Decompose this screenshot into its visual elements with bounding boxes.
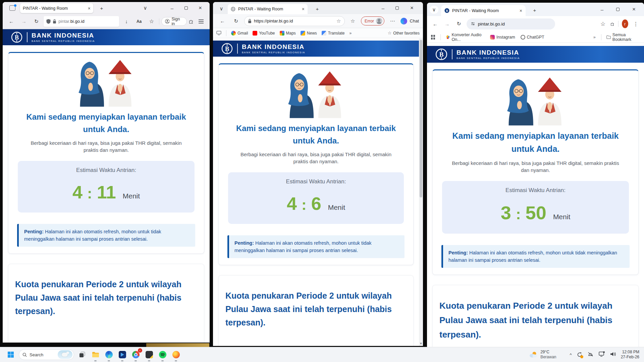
- bi-header: B BANK INDONESIA BANK SENTRAL REPUBLIK I…: [427, 46, 644, 63]
- firefox-page-viewport[interactable]: B BANK INDONESIA BANK SENTRAL REPUBLIK I…: [3, 29, 210, 343]
- media-player-button[interactable]: [117, 349, 128, 360]
- do-not-disturb-icon[interactable]: [587, 351, 594, 358]
- translate-icon[interactable]: Aa: [134, 17, 144, 26]
- favorite-news[interactable]: News: [301, 31, 317, 36]
- scroll-down-icon[interactable]: ▼: [419, 342, 423, 345]
- favorite-youtube[interactable]: YouTube: [253, 31, 275, 36]
- favorites-icon[interactable]: ☆: [347, 17, 359, 25]
- search-highlight-image[interactable]: [58, 350, 72, 359]
- tab-close-icon[interactable]: ×: [88, 6, 91, 11]
- extensions-icon[interactable]: [189, 19, 194, 24]
- url-bar[interactable]: https://pintar.bi.go.id ☆: [244, 16, 344, 26]
- task-view-button[interactable]: [77, 349, 88, 360]
- file-explorer-button[interactable]: [90, 349, 101, 360]
- eta-unit: Menit: [328, 203, 345, 212]
- new-tab-button[interactable]: +: [312, 4, 323, 13]
- chrome-page-viewport[interactable]: B BANK INDONESIA BANK SENTRAL REPUBLIK I…: [427, 43, 644, 347]
- scrollbar-thumb[interactable]: [420, 40, 422, 197]
- tab-pintar-waiting-room[interactable]: B PINTAR - Waiting Room ×: [441, 5, 526, 16]
- close-button[interactable]: ×: [628, 5, 640, 14]
- bookmark-konverter[interactable]: Konverter Audio On...: [446, 33, 485, 42]
- favorites-overflow-icon[interactable]: »: [349, 31, 352, 36]
- svg-text:B: B: [446, 9, 448, 12]
- tab-pintar-waiting-room[interactable]: PINTAR - Waiting Room ×: [228, 4, 308, 14]
- tab-close-icon[interactable]: ×: [520, 8, 522, 13]
- minimize-button[interactable]: –: [377, 4, 389, 12]
- bookmark-star-icon[interactable]: ☆: [146, 17, 157, 26]
- tray-expand-icon[interactable]: ^: [570, 352, 572, 357]
- bookmarks-overflow-icon[interactable]: »: [593, 35, 596, 40]
- menu-icon[interactable]: [199, 21, 204, 22]
- forward-button[interactable]: →: [18, 17, 29, 26]
- update-pending-icon[interactable]: [577, 352, 583, 358]
- start-button[interactable]: [5, 349, 16, 360]
- taskbar-search[interactable]: Search: [19, 349, 74, 360]
- sign-in-button[interactable]: Sign in: [161, 17, 187, 26]
- firefox-view-icon[interactable]: [9, 5, 15, 11]
- settings-menu-icon[interactable]: ⋯: [387, 17, 398, 25]
- bookmark-star-icon[interactable]: ☆: [599, 19, 607, 28]
- reload-button[interactable]: ↻: [454, 19, 463, 28]
- weather-widget[interactable]: 29°CBerawan: [529, 350, 556, 360]
- bank-indonesia-logo: B: [435, 48, 448, 61]
- volume-icon[interactable]: [610, 351, 616, 358]
- weather-desc: Berawan: [540, 355, 556, 359]
- minimize-button[interactable]: –: [596, 5, 608, 14]
- back-button[interactable]: ←: [6, 17, 16, 26]
- scrollbar[interactable]: ▼: [419, 39, 423, 346]
- menu-icon[interactable]: ⋮: [632, 19, 640, 28]
- spotify-icon: [159, 351, 166, 358]
- notes-app-button[interactable]: [144, 349, 155, 360]
- spotify-button[interactable]: [157, 349, 168, 360]
- new-tab-button[interactable]: +: [529, 6, 540, 14]
- tab-close-icon[interactable]: ×: [302, 6, 305, 12]
- maximize-button[interactable]: [612, 5, 624, 14]
- bookmark-instagram[interactable]: Instagram: [490, 35, 515, 40]
- maximize-button[interactable]: [180, 4, 192, 12]
- taskbar-clock[interactable]: 12:08 PM 27-Feb-26: [621, 350, 639, 360]
- reload-button[interactable]: ↻: [231, 17, 242, 25]
- chat-button[interactable]: Chat: [410, 18, 419, 23]
- chrome-button[interactable]: r: [130, 349, 141, 360]
- forward-button[interactable]: →: [443, 19, 451, 28]
- favorite-gmail[interactable]: Gmail: [231, 31, 248, 36]
- all-bookmarks-button[interactable]: Semua Bookmark: [606, 33, 640, 42]
- edge-button[interactable]: [104, 349, 114, 360]
- waiting-heading: Kami sedang menyiapkan layanan terbaik u…: [447, 129, 624, 156]
- extensions-icon[interactable]: [610, 21, 615, 27]
- screen-icon[interactable]: [216, 31, 221, 35]
- save-page-icon[interactable]: ↓: [121, 17, 131, 26]
- back-button[interactable]: ←: [431, 19, 439, 28]
- profile-error-badge[interactable]: Error: [361, 16, 384, 25]
- edge-page-viewport[interactable]: B BANK INDONESIA BANK SENTRAL REPUBLIK I…: [213, 39, 423, 346]
- minimize-button[interactable]: –: [166, 4, 178, 12]
- favorite-translate[interactable]: Translate: [322, 31, 345, 36]
- favorite-maps[interactable]: Maps: [280, 31, 296, 36]
- url-bar[interactable]: pintar.bi.go.id: [467, 18, 555, 29]
- bookmark-chatgpt[interactable]: ChatGPT: [521, 35, 544, 40]
- important-notice: Penting: Halaman ini akan otomatis refre…: [227, 235, 405, 258]
- close-button[interactable]: ×: [195, 4, 206, 12]
- other-favorites-button[interactable]: ☆Other favorites: [388, 31, 420, 36]
- chrome-profile-badge: r: [138, 348, 142, 353]
- bookmark-star-icon[interactable]: ☆: [336, 18, 341, 24]
- copilot-icon[interactable]: [400, 18, 407, 24]
- close-button[interactable]: ×: [406, 4, 418, 12]
- windows-logo-icon: [7, 351, 14, 358]
- url-bar[interactable]: pintar.bi.go.id: [44, 16, 119, 27]
- eta-minutes: 3: [501, 202, 511, 224]
- site-settings-icon[interactable]: [471, 21, 475, 26]
- maximize-button[interactable]: [391, 4, 403, 12]
- firefox-button[interactable]: [171, 349, 181, 360]
- reload-button[interactable]: ↻: [31, 17, 42, 26]
- list-tabs-button[interactable]: ∨: [140, 4, 151, 12]
- tab-actions-button[interactable]: ∨: [216, 4, 227, 13]
- edge-titlebar: ∨ PINTAR - Waiting Room × + – ×: [213, 2, 423, 14]
- tab-pintar-waiting-room[interactable]: PINTAR - Waiting Room ×: [20, 3, 93, 13]
- apps-grid-icon[interactable]: [431, 35, 435, 40]
- network-icon[interactable]: [598, 351, 605, 358]
- back-button[interactable]: ←: [217, 17, 228, 25]
- new-tab-button[interactable]: +: [96, 4, 107, 12]
- tab-search-button[interactable]: ∨: [430, 6, 438, 14]
- profile-avatar[interactable]: r: [622, 19, 628, 28]
